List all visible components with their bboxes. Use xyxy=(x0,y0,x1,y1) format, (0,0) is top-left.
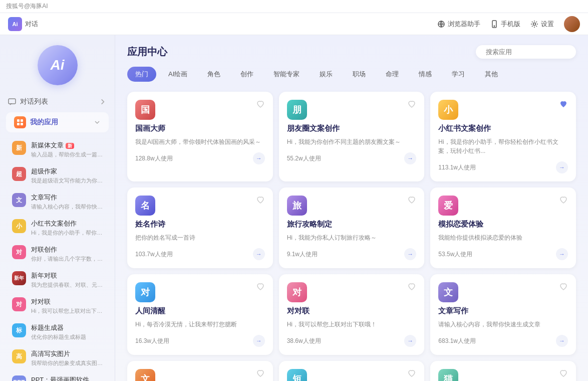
tab-study[interactable]: 学习 xyxy=(444,67,473,82)
sidebar-item-title: PPT：最强画图软件 xyxy=(31,375,103,381)
card-title: 对对联 xyxy=(287,306,417,316)
sidebar-item[interactable]: 新年 新年对联 我为您提供春联、对联、元旦... xyxy=(4,267,111,293)
app-card[interactable]: 朋 朋友圈文案创作 Hi，我能为你创作不同主题的朋友圈文案～ 55.2w人使用 … xyxy=(279,92,425,181)
favorite-button[interactable] xyxy=(256,196,265,207)
card-users: 683.1w人使用 xyxy=(438,337,476,345)
favorite-button[interactable] xyxy=(559,369,568,380)
sidebar-item[interactable]: 标 标题生成器 优化你的标题生成标题 xyxy=(4,319,111,345)
app-card[interactable]: 小 小红书文案创作 Hi，我是你的小助手，帮你轻松创作小红书文案，玩转小红书..… xyxy=(430,92,576,181)
card-top: 文 xyxy=(438,282,568,302)
sidebar-item[interactable]: 小 小红书文案创作 Hi，我是你的小助手，帮你轻松... xyxy=(4,215,111,241)
heart-filled-icon[interactable] xyxy=(559,100,568,109)
favorite-button[interactable] xyxy=(407,282,416,293)
card-arrow[interactable]: → xyxy=(404,248,416,260)
card-icon: 文 xyxy=(438,282,458,302)
heart-icon[interactable] xyxy=(407,282,416,291)
search-box[interactable] xyxy=(476,45,576,59)
favorite-button[interactable] xyxy=(256,282,265,293)
app-card[interactable]: 旅 旅行攻略制定 Hi，我能为你私人订制旅行攻略～ 9.1w人使用 → xyxy=(279,187,425,268)
heart-icon[interactable] xyxy=(407,196,416,205)
app-card[interactable]: 对 人间清醒 Hi，每否冷漠无情，让我来帮打您臆断 16.3w人使用 → xyxy=(127,274,273,355)
sidebar-item[interactable]: 对 对对联 Hi，我可以帮您上联对出下联哦！ xyxy=(4,293,111,319)
card-arrow[interactable]: → xyxy=(404,335,416,347)
card-arrow[interactable]: → xyxy=(556,161,568,173)
heart-icon[interactable] xyxy=(559,369,568,378)
user-avatar[interactable] xyxy=(564,16,580,32)
mobile-button[interactable]: 手机版 xyxy=(490,20,520,29)
heart-icon[interactable] xyxy=(559,196,568,205)
tab-create[interactable]: 创作 xyxy=(232,67,261,82)
favorite-button[interactable] xyxy=(407,196,416,207)
app-card[interactable]: 猫 宠物取名照 xyxy=(430,361,576,381)
favorite-button[interactable] xyxy=(407,100,416,111)
card-icon: 朋 xyxy=(287,100,307,120)
tab-fate[interactable]: 命理 xyxy=(378,67,407,82)
sidebar-item[interactable]: 高 高清写实图片 我帮助你的想象变成真实图像... xyxy=(4,345,111,371)
card-arrow[interactable]: → xyxy=(556,248,568,260)
apps-grid: 国 国画大师 我是AI国画大师，带你领时代体验国画的风采～ 128.8w人使用 … xyxy=(127,92,576,381)
heart-icon[interactable] xyxy=(256,282,265,291)
card-arrow[interactable]: → xyxy=(253,248,265,260)
tab-emotion[interactable]: 情感 xyxy=(411,67,440,82)
favorite-button[interactable] xyxy=(559,196,568,207)
card-title: 国画大师 xyxy=(135,124,265,133)
favorite-button[interactable] xyxy=(559,282,568,293)
sidebar-item-title: 高清写实图片 xyxy=(31,349,103,358)
sidebar-item-desc: 我是超级语文写作能力为你的... xyxy=(31,177,103,184)
sidebar-item-icon: 标 xyxy=(12,323,26,337)
tab-role[interactable]: 角色 xyxy=(199,67,228,82)
topbar-logo[interactable]: Ai 对话 xyxy=(8,17,38,31)
card-arrow[interactable]: → xyxy=(253,152,265,164)
tab-ai_draw[interactable]: AI绘画 xyxy=(160,67,195,82)
app-card[interactable]: 文 文本润色 xyxy=(127,361,273,381)
card-users: 38.6w人使用 xyxy=(287,337,321,345)
card-desc: Hi，每否冷漠无情，让我来帮打您臆断 xyxy=(135,320,265,329)
browser-helper-button[interactable]: 浏览器助手 xyxy=(437,20,480,29)
heart-icon[interactable] xyxy=(256,196,265,205)
favorite-button[interactable] xyxy=(256,100,265,111)
heart-icon[interactable] xyxy=(407,100,416,109)
card-users: 53.5w人使用 xyxy=(438,250,472,259)
app-card[interactable]: 短 短视频脚本创作 xyxy=(279,361,425,381)
heart-icon[interactable] xyxy=(256,100,265,109)
settings-button[interactable]: 设置 xyxy=(530,20,554,29)
tab-entertainment[interactable]: 娱乐 xyxy=(312,67,341,82)
card-arrow[interactable]: → xyxy=(556,335,568,347)
favorite-button[interactable] xyxy=(559,100,568,111)
favorite-button[interactable] xyxy=(407,369,416,380)
app-card[interactable]: 文 文章写作 请输入核心内容，我帮你快速生成文章 683.1w人使用 → xyxy=(430,274,576,355)
search-input[interactable] xyxy=(486,48,570,56)
mobile-icon xyxy=(490,20,498,28)
sidebar-item-icon: 新 xyxy=(12,141,26,155)
my-apps-icon xyxy=(14,116,26,128)
tab-smart_expert[interactable]: 智能专家 xyxy=(265,67,308,82)
card-arrow[interactable]: → xyxy=(404,152,416,164)
app-card[interactable]: 国 国画大师 我是AI国画大师，带你领时代体验国画的风采～ 128.8w人使用 … xyxy=(127,92,273,181)
card-desc: 我能给你提供模拟谈恋爱的体验 xyxy=(438,233,568,242)
sidebar-item-content: 对对联 Hi，我可以帮您上联对出下联哦！ xyxy=(31,297,103,315)
tab-hot[interactable]: 热门 xyxy=(127,67,156,82)
my-apps-section[interactable]: 我的应用 xyxy=(6,112,109,132)
sidebar-item[interactable]: 文 文章写作 请输入核心内容，我帮你快速生... xyxy=(4,189,111,215)
sidebar-item[interactable]: 超 超级作家 我是超级语文写作能力为你的... xyxy=(4,163,111,188)
card-arrow[interactable]: → xyxy=(253,335,265,347)
conversation-list-header[interactable]: 对话列表 xyxy=(0,93,115,110)
heart-icon[interactable] xyxy=(407,369,416,378)
sidebar-item[interactable]: PPT PPT：最强画图软件 PPT：在线免费真正AI制作... xyxy=(4,371,111,381)
sidebar-item-title: 新年对联 xyxy=(31,271,103,280)
sidebar-item[interactable]: 对 对联创作 你好，请输出几个字字数，否子也... xyxy=(4,241,111,267)
favorite-button[interactable] xyxy=(256,369,265,380)
card-top: 小 xyxy=(438,100,568,120)
sidebar-app-list: 新 新媒体文章 新 输入品题，帮助你生成一篇有深... 超 超级作家 我是超级语… xyxy=(0,134,115,381)
app-card[interactable]: 爱 模拟恋爱体验 我能给你提供模拟谈恋爱的体验 53.5w人使用 → xyxy=(430,187,576,268)
sidebar-item-title: 文章写作 xyxy=(31,193,103,202)
heart-icon[interactable] xyxy=(559,282,568,291)
card-top: 旅 xyxy=(287,196,417,216)
sidebar-item[interactable]: 新 新媒体文章 新 输入品题，帮助你生成一篇有深... xyxy=(4,137,111,162)
tab-workplace[interactable]: 职场 xyxy=(345,67,374,82)
heart-icon[interactable] xyxy=(256,369,265,378)
app-card[interactable]: 名 姓名作诗 把你的姓名写成一首诗 103.7w人使用 → xyxy=(127,187,273,268)
card-top: 爱 xyxy=(438,196,568,216)
app-card[interactable]: 对 对对联 Hi，我可以帮您上联对出下联哦！ 38.6w人使用 → xyxy=(279,274,425,355)
tab-other[interactable]: 其他 xyxy=(477,67,506,82)
